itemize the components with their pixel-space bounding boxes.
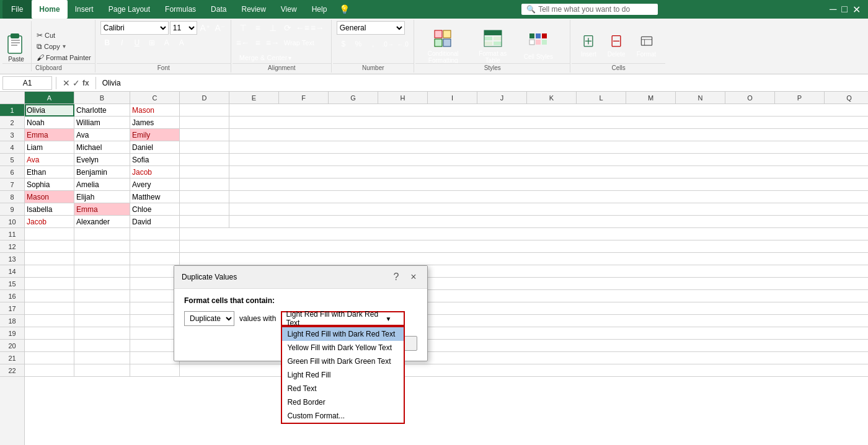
- formula-bar: ✕ ✓ fx: [0, 74, 868, 92]
- svg-rect-26: [641, 37, 652, 45]
- wrap-text-button[interactable]: Wrap Text: [281, 36, 317, 50]
- format-button[interactable]: Format: [631, 32, 662, 61]
- tab-formulas[interactable]: Formulas: [157, 0, 203, 19]
- decrease-font-button[interactable]: A⁻: [213, 21, 227, 35]
- cut-button[interactable]: ✂ Cut: [35, 30, 92, 40]
- spreadsheet: A B C D E F G H I J K L M N O P Q R 1 2 …: [0, 92, 868, 445]
- font-group: Calibri 11 A⁺ A⁻ B I U ⊞ A A Font: [97, 20, 231, 73]
- svg-rect-20: [542, 40, 547, 45]
- formula-input[interactable]: [100, 79, 866, 87]
- fill-color-button[interactable]: A: [160, 36, 174, 50]
- font-name-select[interactable]: Calibri: [100, 21, 169, 35]
- dialog-body-label: Format cells that contain:: [184, 296, 417, 305]
- insert-function-icon[interactable]: fx: [82, 79, 89, 87]
- clipboard-group: Paste ✂ Cut ⧉ Copy ▾ 🖌 Format P: [2, 20, 95, 73]
- tab-data[interactable]: Data: [203, 0, 234, 19]
- format-option-custom-format[interactable]: Custom Format...: [282, 409, 404, 423]
- clipboard-label: Clipboard: [2, 63, 95, 71]
- format-option-light-red-fill[interactable]: Light Red Fill: [282, 368, 404, 382]
- font-color-button[interactable]: A: [175, 36, 188, 50]
- tab-review[interactable]: Review: [234, 0, 273, 19]
- tab-insert[interactable]: Insert: [68, 0, 101, 19]
- name-box[interactable]: [2, 76, 52, 90]
- alignment-group: ⊤ ≡ ⊥ ⟳ ←≡ ≡→ ≡← ≡ ≡→ Wrap Text Merge & …: [232, 20, 332, 73]
- paste-label: Paste: [8, 56, 24, 63]
- dialog-overlay: Duplicate Values ? × Format cells that c…: [0, 92, 868, 445]
- duplicate-type-select[interactable]: Duplicate: [184, 311, 234, 326]
- confirm-formula-icon[interactable]: ✓: [73, 78, 80, 88]
- increase-font-button[interactable]: A⁺: [198, 21, 212, 35]
- format-painter-button[interactable]: 🖌 Format Painter: [35, 53, 92, 63]
- border-button[interactable]: ⊞: [145, 36, 159, 50]
- svg-rect-13: [494, 42, 502, 45]
- underline-button[interactable]: U: [130, 36, 144, 50]
- number-group: General $ % , .0→ ←.0 Number: [333, 20, 414, 73]
- selected-format-text: Light Red Fill with Dark Red Text: [286, 310, 385, 327]
- font-size-select[interactable]: 11: [170, 21, 197, 35]
- font-label: Font: [97, 63, 231, 71]
- indent-decrease-button[interactable]: ←≡: [296, 21, 309, 35]
- align-left-button[interactable]: ≡←: [236, 36, 250, 50]
- svg-rect-15: [529, 33, 534, 38]
- align-center-button[interactable]: ≡: [251, 36, 265, 50]
- merge-center-button[interactable]: Merge & Center ▾: [236, 51, 295, 64]
- svg-rect-3: [11, 42, 20, 43]
- maximize-icon[interactable]: □: [841, 4, 848, 15]
- menu-bar: File Home Insert Page Layout Formulas Da…: [0, 0, 868, 19]
- svg-rect-11: [494, 37, 502, 40]
- bold-button[interactable]: B: [100, 36, 114, 50]
- format-option-light-red-fill-dark-red-text[interactable]: Light Red Fill with Dark Red Text: [282, 327, 404, 341]
- tab-home[interactable]: Home: [32, 0, 67, 19]
- tab-page-layout[interactable]: Page Layout: [101, 0, 157, 19]
- formula-icons: ✕ ✓ fx: [60, 78, 92, 88]
- align-right-button[interactable]: ≡→: [266, 36, 280, 50]
- dialog-close-icon[interactable]: ×: [407, 271, 420, 283]
- tab-help[interactable]: Help: [304, 0, 335, 19]
- cell-styles-label: Cell Styles: [524, 53, 553, 60]
- search-placeholder: Tell me what you want to do: [538, 5, 630, 14]
- paste-button[interactable]: Paste: [5, 30, 27, 63]
- dialog-controls-row: Duplicate values with Light Red Fill wit…: [184, 311, 417, 326]
- increase-decimal-button[interactable]: .0→: [381, 37, 395, 51]
- italic-button[interactable]: I: [115, 36, 129, 50]
- comma-button[interactable]: ,: [366, 37, 380, 51]
- align-top-button[interactable]: ⊤: [236, 21, 250, 35]
- format-as-table-button[interactable]: Format as Table: [469, 26, 517, 67]
- duplicate-values-dialog: Duplicate Values ? × Format cells that c…: [174, 265, 428, 361]
- number-format-select[interactable]: General: [337, 21, 405, 35]
- format-option-red-border[interactable]: Red Border: [282, 395, 404, 409]
- dialog-body: Format cells that contain: Duplicate val…: [174, 289, 427, 361]
- conditional-formatting-label: Conditional Formatting: [425, 50, 462, 64]
- copy-button[interactable]: ⧉ Copy ▾: [35, 42, 92, 51]
- close-icon[interactable]: ✕: [852, 4, 861, 15]
- text-angle-button[interactable]: ⟳: [281, 21, 294, 35]
- number-label: Number: [333, 63, 414, 71]
- styles-label: Styles: [415, 63, 570, 71]
- svg-rect-9: [484, 30, 502, 35]
- dialog-help-icon[interactable]: ?: [390, 271, 402, 283]
- dialog-title-bar: Duplicate Values ? ×: [174, 266, 427, 289]
- indent-increase-button[interactable]: ≡→: [311, 21, 324, 35]
- align-middle-button[interactable]: ≡: [251, 21, 265, 35]
- format-option-red-text[interactable]: Red Text: [282, 382, 404, 395]
- align-bottom-button[interactable]: ⊥: [266, 21, 280, 35]
- format-dropdown-list: Light Red Fill with Dark Red Text Yellow…: [281, 326, 405, 424]
- minimize-icon[interactable]: ─: [830, 4, 836, 15]
- svg-rect-18: [529, 40, 534, 45]
- format-option-yellow-fill-dark-yellow-text[interactable]: Yellow Fill with Dark Yellow Text: [282, 341, 404, 355]
- accounting-button[interactable]: $: [337, 37, 350, 51]
- tab-view[interactable]: View: [273, 0, 304, 19]
- format-dropdown-toggle[interactable]: Light Red Fill with Dark Red Text ▼: [281, 311, 405, 326]
- format-as-table-label: Format as Table: [474, 50, 512, 64]
- decrease-decimal-button[interactable]: ←.0: [396, 37, 410, 51]
- conditional-formatting-button[interactable]: Conditional Formatting: [419, 26, 467, 67]
- format-option-green-fill-dark-green-text[interactable]: Green Fill with Dark Green Text: [282, 355, 404, 368]
- values-with-label: values with: [239, 314, 276, 323]
- cell-styles-button[interactable]: Cell Styles: [518, 29, 559, 63]
- percent-button[interactable]: %: [352, 37, 365, 51]
- insert-button[interactable]: Insert: [575, 32, 602, 61]
- search-bar[interactable]: 🔍 Tell me what you want to do: [521, 4, 658, 15]
- delete-button[interactable]: Delete: [602, 32, 631, 61]
- cancel-formula-icon[interactable]: ✕: [63, 78, 70, 88]
- tab-file[interactable]: File: [2, 0, 32, 19]
